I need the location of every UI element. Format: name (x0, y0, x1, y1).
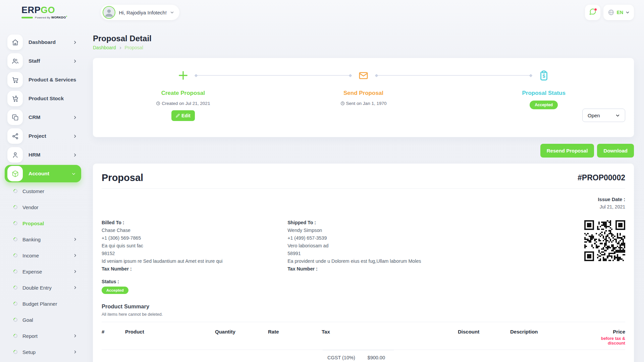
sidebar-subitem-label: Customer (22, 188, 44, 194)
step-create-proposal: Create Proposal Created on Jul 21, 2021 … (93, 69, 273, 121)
sidebar-subitem-label: Income (22, 253, 39, 258)
cell-tax: CGST (10%)$900.00SGST (5%)$450.00 (322, 350, 458, 362)
bullet-icon (13, 285, 18, 291)
sidebar-subitem-label: Double Entry (22, 285, 52, 291)
frames-icon (7, 110, 23, 125)
logo-text: ERPGO (21, 6, 67, 15)
sidebar-subitem-proposal[interactable]: Proposal (0, 215, 86, 231)
proposal-status-block: Status : Accepted (102, 279, 625, 294)
sidebar-subitem-budget-planner[interactable]: Budget Planner (0, 296, 86, 312)
user-menu[interactable]: Hi, Rajodiya Infotech! (101, 5, 179, 20)
sidebar-subitem-income[interactable]: Income (0, 247, 86, 263)
topbar: ERPGO Powered By WORKDO Hi, Rajodiya Inf… (0, 0, 644, 25)
chevron-down-icon (626, 10, 630, 14)
sidebar-item-product-services[interactable]: Product & Services (0, 70, 86, 89)
product-table-header: # Product Quantity Rate Tax Discount Des… (102, 322, 625, 346)
sidebar-item-crm[interactable]: CRM (0, 108, 86, 127)
sidebar-subitem-expense[interactable]: Expense (0, 263, 86, 280)
proposal-heading: Proposal (102, 172, 143, 184)
language-selector[interactable]: EN (603, 5, 634, 20)
page-title: Proposal Detail (93, 34, 634, 43)
breadcrumb-proposal: Proposal (125, 45, 143, 51)
chevron-right-icon (73, 59, 77, 63)
mail-icon (358, 69, 369, 82)
sidebar-subitem-report[interactable]: Report (0, 328, 86, 344)
sidebar-nav: DashboardStaffProduct & ServicesProduct … (0, 33, 86, 182)
chevron-right-icon (73, 237, 77, 241)
sidebar-subitem-double-entry[interactable]: Double Entry (0, 280, 86, 296)
proposal-status-select[interactable]: Open (582, 109, 625, 122)
chevron-right-icon (73, 115, 77, 120)
sidebar-subitem-banking[interactable]: Banking (0, 231, 86, 247)
main-content: Proposal Detail Dashboard Proposal (86, 25, 644, 362)
sidebar-item-account[interactable]: Account (5, 165, 81, 182)
chevron-right-icon (73, 253, 77, 257)
language-code: EN (617, 10, 623, 15)
pencil-icon (176, 114, 180, 118)
app-root: ERPGO Powered By WORKDO Hi, Rajodiya Inf… (0, 0, 644, 362)
proposal-number: #PROP00002 (578, 173, 625, 182)
step-connector (196, 75, 351, 76)
person-icon (7, 147, 23, 163)
chevron-right-icon (73, 153, 77, 157)
cart-plus-icon (7, 91, 23, 106)
breadcrumb-dashboard[interactable]: Dashboard (93, 45, 116, 51)
bullet-icon (13, 301, 18, 307)
svg-text:$: $ (542, 73, 545, 79)
shipped-to-block: Shipped To : Wendy Simpson +1 (499) 657-… (287, 220, 582, 274)
chevron-down-icon (170, 10, 174, 14)
home-icon (7, 35, 23, 50)
sidebar-item-hrm[interactable]: HRM (0, 145, 86, 164)
sidebar-item-label: Dashboard (29, 39, 56, 45)
chevron-right-icon (73, 269, 77, 274)
step-send-proposal: Send Proposal Sent on Jan 1, 1970 (273, 69, 454, 121)
logo-tagline: Powered By WORKDO (21, 16, 67, 19)
sidebar-item-project[interactable]: Project (0, 127, 86, 145)
sidebar-item-label: Project (29, 133, 46, 139)
sidebar-item-staff[interactable]: Staff (0, 52, 86, 70)
avatar (103, 6, 115, 19)
sidebar-subitem-customer[interactable]: Customer (0, 183, 86, 199)
sidebar-item-label: Product Stock (29, 96, 64, 102)
step-date: Created on Jul 21, 2021 (156, 101, 210, 106)
sidebar-subitem-label: Setup (22, 349, 36, 355)
sidebar: DashboardStaffProduct & ServicesProduct … (0, 25, 86, 360)
tax-line: CGST (10%)$900.00 (323, 350, 394, 362)
sidebar-subitem-label: Expense (22, 269, 42, 275)
sidebar-subitem-setup[interactable]: Setup (0, 344, 86, 360)
bullet-icon (13, 204, 18, 210)
sidebar-subitem-label: Proposal (22, 221, 44, 226)
step-title: Create Proposal (161, 90, 205, 97)
app-logo[interactable]: ERPGO Powered By WORKDO (21, 6, 67, 19)
bullet-icon (13, 188, 18, 194)
qr-code (584, 220, 625, 261)
edit-proposal-button[interactable]: Edit (171, 110, 195, 121)
product-table-body: 1Bicycle Accessories1$9,000.00CGST (10%)… (102, 350, 625, 362)
sidebar-item-label: Account (29, 171, 49, 177)
cube-icon (7, 166, 23, 181)
users-icon (7, 53, 23, 69)
bullet-icon (13, 349, 18, 355)
status-badge: Accepted (102, 287, 128, 294)
sidebar-subitem-vendor[interactable]: Vendor (0, 199, 86, 215)
chevron-down-icon (71, 172, 76, 176)
share-icon (7, 128, 23, 144)
bullet-icon (13, 221, 18, 226)
resend-proposal-button[interactable]: Resend Proposal (540, 144, 594, 158)
download-button[interactable]: Download (597, 144, 634, 158)
sidebar-item-product-stock[interactable]: Product Stock (0, 89, 86, 108)
user-greeting: Hi, Rajodiya Infotech! (119, 10, 167, 15)
sidebar-item-dashboard[interactable]: Dashboard (0, 33, 86, 52)
cart-icon (7, 72, 23, 87)
actions-row: Resend Proposal Download (93, 144, 634, 158)
bullet-icon (13, 237, 18, 242)
step-connector (376, 75, 531, 76)
chevron-right-icon (119, 46, 122, 50)
logo-go: GO (41, 5, 55, 15)
sidebar-subitem-goal[interactable]: Goal (0, 312, 86, 328)
table-row: 1Bicycle Accessories1$9,000.00CGST (10%)… (102, 350, 625, 362)
logo-bar (21, 17, 33, 18)
sidebar-subitem-label: Goal (22, 317, 33, 323)
messenger-button[interactable] (585, 5, 600, 20)
sidebar-item-label: Product & Services (29, 77, 76, 83)
